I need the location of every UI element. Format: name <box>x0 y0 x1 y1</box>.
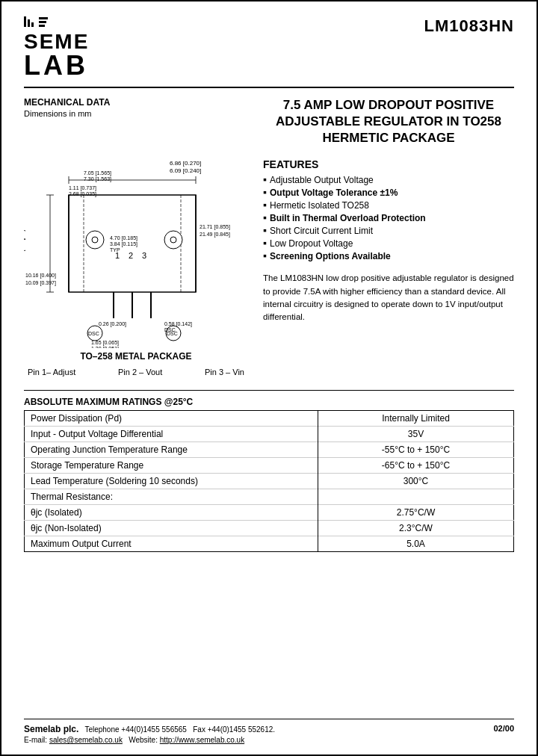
feature-item: ▪Screening Options Available <box>263 251 514 261</box>
ratings-title: ABSOLUTE MAXIMUM RATINGS @25°C <box>24 397 514 407</box>
value-cell: 35V <box>318 427 514 442</box>
value-cell <box>318 489 514 505</box>
drawing-area: 1 2 3 6.86 [0.270] 6.09 [0. <box>24 124 241 348</box>
svg-text:DSC: DSC <box>88 331 99 336</box>
svg-point-6 <box>92 237 98 243</box>
feature-item: ▪Adjustable Output Voltage <box>263 175 514 185</box>
svg-text:1.65 [0.065]: 1.65 [0.065] <box>91 340 119 346</box>
description-text: The LM1083HN low drop positive adjustabl… <box>263 272 514 323</box>
svg-text:1.30 [0.051]: 1.30 [0.051] <box>91 346 119 348</box>
param-cell: Maximum Output Current <box>25 536 318 552</box>
logo-lab: LAB <box>24 52 88 79</box>
param-cell: Input - Output Voltage Differential <box>25 427 318 442</box>
svg-text:2: 2 <box>129 251 133 260</box>
footer-date: 02/00 <box>493 724 514 733</box>
table-row: Input - Output Voltage Differential35V <box>25 427 514 442</box>
value-cell: 2.75°C/W <box>318 505 514 521</box>
mech-subtitle: Dimensions in mm <box>24 109 248 118</box>
param-cell: θjc (Non-Isolated) <box>25 521 318 536</box>
feature-item: ▪Low Dropout Voltage <box>263 238 514 249</box>
feature-item: ▪Hermetic Isolated TO258 <box>263 200 514 211</box>
footer-contact-line2: E-mail: sales@semelab.co.uk Website: htt… <box>24 736 275 744</box>
ratings-section: ABSOLUTE MAXIMUM RATINGS @25°C Power Dis… <box>24 390 514 552</box>
svg-text:7.30 [1.563]: 7.30 [1.563] <box>84 176 111 182</box>
param-cell: Thermal Resistance: <box>25 489 318 505</box>
table-row: Lead Temperature (Soldering 10 seconds)3… <box>25 474 514 489</box>
value-cell: -55°C to + 150°C <box>318 442 514 458</box>
left-column: MECHANICAL DATA Dimensions in mm <box>24 97 248 377</box>
footer-left: Semelab plc. Telephone +44(0)1455 556565… <box>24 724 275 744</box>
table-row: Maximum Output Current5.0A <box>25 536 514 552</box>
svg-text:TYP: TYP <box>110 247 120 252</box>
value-cell: 300°C <box>318 474 514 489</box>
mechanical-drawing: 1 2 3 6.86 [0.270] 6.09 [0. <box>24 124 241 348</box>
table-row: θjc (Isolated)2.75°C/W <box>25 505 514 521</box>
svg-text:0.26 [0.200]: 0.26 [0.200] <box>99 321 126 327</box>
right-column: 7.5 AMP LOW DROPOUT POSITIVE ADJUSTABLE … <box>263 97 514 377</box>
features-list: ▪Adjustable Output Voltage▪Output Voltag… <box>263 175 514 261</box>
svg-text:7.05 [1.565]: 7.05 [1.565] <box>84 170 111 176</box>
pin1-label: Pin 1– Adjust <box>28 368 75 377</box>
param-cell: Storage Temperature Range <box>25 458 318 474</box>
main-content: MECHANICAL DATA Dimensions in mm <box>24 97 514 377</box>
page: SEME LAB LM1083HN MECHANICAL DATA Dimens… <box>0 0 538 756</box>
table-row: Storage Temperature Range-65°C to + 150°… <box>25 458 514 474</box>
feature-item: ▪Short Circuit Current Limit <box>263 226 514 236</box>
pin2-label: Pin 2 – Vout <box>118 368 162 377</box>
part-number: LM1083HN <box>424 16 514 36</box>
svg-text:DSC: DSC <box>164 327 176 332</box>
pin-labels: Pin 1– Adjust Pin 2 – Vout Pin 3 – Vin <box>24 368 248 377</box>
svg-text:4.70 [0.185]: 4.70 [0.185] <box>110 235 137 241</box>
value-cell: -65°C to + 150°C <box>318 458 514 474</box>
features-title: FEATURES <box>263 158 514 170</box>
header: SEME LAB LM1083HN <box>24 16 514 88</box>
svg-text:1.11 [0.737]: 1.11 [0.737] <box>69 185 96 191</box>
product-title: 7.5 AMP LOW DROPOUT POSITIVE ADJUSTABLE … <box>263 97 514 146</box>
svg-point-8 <box>170 237 176 243</box>
package-label: TO–258 METAL PACKAGE <box>24 351 248 362</box>
param-cell: θjc (Isolated) <box>25 505 318 521</box>
table-row: Operating Junction Temperature Range-55°… <box>25 442 514 458</box>
logo-area: SEME LAB <box>24 16 89 79</box>
svg-text:21.49 [0.845]: 21.49 [0.845] <box>200 232 230 238</box>
value-cell: 5.0A <box>318 536 514 552</box>
footer: Semelab plc. Telephone +44(0)1455 556565… <box>24 719 514 744</box>
svg-text:3: 3 <box>142 251 146 260</box>
feature-item: ▪Built in Thermal Overload Protection <box>263 213 514 223</box>
logo-seme: SEME <box>24 31 89 52</box>
table-row: θjc (Non-Isolated)2.3°C/W <box>25 521 514 536</box>
param-cell: Power Dissipation (Pd) <box>25 411 318 427</box>
table-row: Thermal Resistance: <box>25 489 514 505</box>
value-cell: 2.3°C/W <box>318 521 514 536</box>
feature-item: ▪Output Voltage Tolerance ±1% <box>263 188 514 198</box>
svg-text:10.09 [0.397]: 10.09 [0.397] <box>25 280 56 286</box>
table-row: Power Dissipation (Pd)Internally Limited <box>25 411 514 427</box>
value-cell: Internally Limited <box>318 411 514 427</box>
footer-telephone: Telephone +44(0)1455 556565 Fax +44(0)14… <box>84 725 275 734</box>
svg-text:6.09 [0.240]: 6.09 [0.240] <box>170 167 201 174</box>
svg-text:2.68 [0.035]: 2.68 [0.035] <box>69 191 96 197</box>
logo-icon <box>24 16 48 30</box>
param-cell: Lead Temperature (Soldering 10 seconds) <box>25 474 318 489</box>
pin3-label: Pin 3 – Vin <box>205 368 244 377</box>
features-section: FEATURES ▪Adjustable Output Voltage▪Outp… <box>263 158 514 261</box>
param-cell: Operating Junction Temperature Range <box>25 442 318 458</box>
footer-company: Semelab plc. <box>24 724 78 734</box>
svg-text:3.84 [0.115]: 3.84 [0.115] <box>110 241 137 247</box>
svg-text:0.58 [0.142]: 0.58 [0.142] <box>164 321 192 327</box>
svg-text:10.16 [0.400]: 10.16 [0.400] <box>25 273 56 279</box>
svg-text:21.71 [0.855]: 21.71 [0.855] <box>200 224 230 230</box>
mech-title: MECHANICAL DATA <box>24 97 248 108</box>
svg-text:17.00 [0.67]: 17.00 [0.67] <box>24 238 25 266</box>
ratings-table: Power Dissipation (Pd)Internally Limited… <box>24 410 514 552</box>
svg-text:6.86 [0.270]: 6.86 [0.270] <box>170 160 201 167</box>
